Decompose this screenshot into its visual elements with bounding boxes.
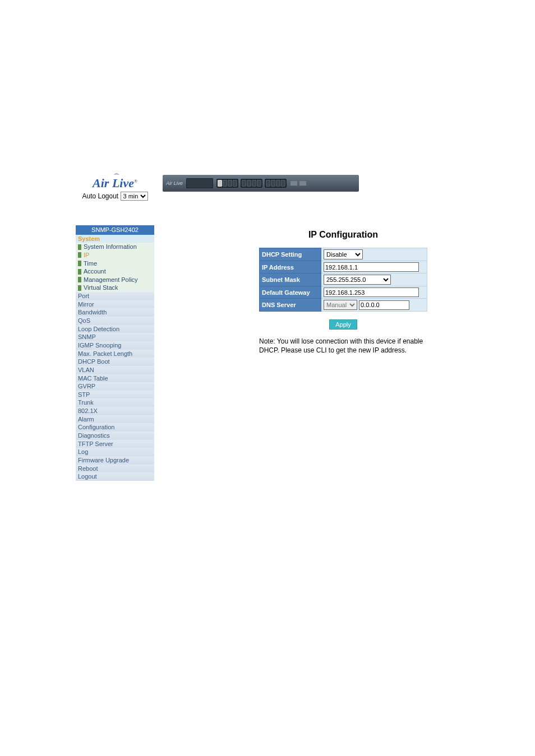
sidebar-item-port[interactable]: Port <box>76 292 154 300</box>
sidebar-item-stp[interactable]: STP <box>76 391 154 399</box>
sidebar-sub-ip[interactable]: IP <box>76 251 154 259</box>
dns-mode-select[interactable]: Manual <box>324 300 357 310</box>
sidebar-title: SNMP-GSH2402 <box>76 225 154 235</box>
sidebar-item-tftp-server[interactable]: TFTP Server <box>76 440 154 448</box>
sidebar-sub-virtual-stack[interactable]: Virtual Stack <box>76 284 154 292</box>
sidebar-item-configuration[interactable]: Configuration <box>76 423 154 432</box>
brand-trademark: ® <box>134 179 137 184</box>
sidebar-sub-system-information[interactable]: System Information <box>76 243 154 251</box>
sidebar-item-snmp[interactable]: SNMP <box>76 333 154 341</box>
sidebar-item-max-packet-length[interactable]: Max. Packet Length <box>76 350 154 358</box>
mask-select[interactable]: 255.255.255.0 <box>324 275 391 285</box>
brand-logo: ⌒ Air Live® <box>73 174 157 189</box>
sidebar-item-vlan[interactable]: VLAN <box>76 366 154 374</box>
brand-name: Air Live <box>93 176 134 190</box>
sidebar-item-dhcp-boot[interactable]: DHCP Boot <box>76 358 154 366</box>
sidebar-item-gvrp[interactable]: GVRP <box>76 382 154 391</box>
banner-dip-icon <box>186 178 213 188</box>
ip-input[interactable] <box>324 262 419 272</box>
sidebar-item-igmp-snooping[interactable]: IGMP Snooping <box>76 341 154 350</box>
header-left: ⌒ Air Live® Auto Logout 3 min <box>0 174 157 201</box>
sidebar-sub-management-policy[interactable]: Management Policy <box>76 276 154 284</box>
dns-input[interactable] <box>359 300 409 310</box>
sidebar-item-qos[interactable]: QoS <box>76 317 154 325</box>
sidebar-section-system[interactable]: System <box>76 235 154 243</box>
main-content: IP Configuration DHCP Setting Disable IP… <box>157 225 535 481</box>
sidebar-item-mac-table[interactable]: MAC Table <box>76 374 154 383</box>
sidebar-item-loop-detection[interactable]: Loop Detection <box>76 325 154 333</box>
sidebar-item-reboot[interactable]: Reboot <box>76 465 154 473</box>
mask-label: Subnet Mask <box>260 273 321 286</box>
dhcp-warning-note: Note: You will lose connection with this… <box>259 337 427 355</box>
ip-label: IP Address <box>260 261 321 273</box>
page-title: IP Configuration <box>174 230 513 240</box>
dhcp-label: DHCP Setting <box>260 248 321 261</box>
auto-logout-label: Auto Logout <box>82 192 118 200</box>
sidebar-item-alarm[interactable]: Alarm <box>76 415 154 424</box>
sidebar: SNMP-GSH2402 System System InformationIP… <box>76 225 154 481</box>
sidebar-item-diagnostics[interactable]: Diagnostics <box>76 432 154 440</box>
sidebar-item-logout[interactable]: Logout <box>76 472 154 481</box>
banner-brand-label: Air Live <box>166 180 183 186</box>
banner-sfp-icon <box>290 180 307 186</box>
sidebar-item-log[interactable]: Log <box>76 448 154 456</box>
ip-config-table: DHCP Setting Disable IP Address Subnet M… <box>259 248 427 312</box>
sidebar-item-mirror[interactable]: Mirror <box>76 300 154 309</box>
banner-ports <box>216 179 287 188</box>
sidebar-item-802-1x[interactable]: 802.1X <box>76 407 154 415</box>
apply-button[interactable]: Apply <box>329 319 357 330</box>
sidebar-sub-account[interactable]: Account <box>76 267 154 276</box>
gateway-label: Default Gateway <box>260 286 321 299</box>
sidebar-sub-time[interactable]: Time <box>76 259 154 268</box>
sidebar-item-firmware-upgrade[interactable]: Firmware Upgrade <box>76 456 154 465</box>
dhcp-select[interactable]: Disable <box>324 249 363 259</box>
auto-logout-select[interactable]: 3 min <box>121 192 148 201</box>
gateway-input[interactable] <box>324 287 419 297</box>
dns-label: DNS Server <box>260 299 321 312</box>
device-banner: Air Live <box>163 175 359 192</box>
sidebar-item-bandwidth[interactable]: Bandwidth <box>76 308 154 317</box>
sidebar-item-trunk[interactable]: Trunk <box>76 398 154 407</box>
